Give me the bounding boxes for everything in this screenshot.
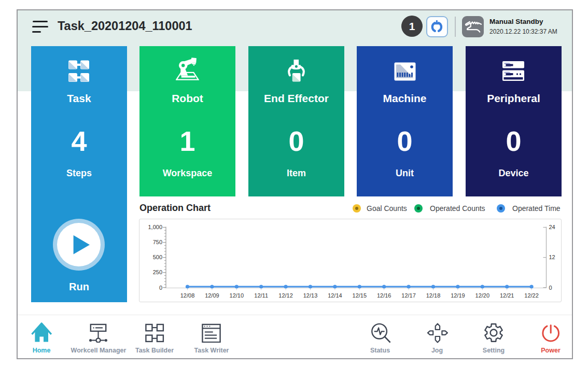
svg-text:12/19: 12/19	[451, 292, 465, 299]
svg-text:12/15: 12/15	[353, 292, 367, 299]
svg-text:750: 750	[153, 239, 162, 245]
svg-text:12/18: 12/18	[426, 292, 441, 299]
svg-text:12/12: 12/12	[278, 292, 293, 299]
svg-text:1,000: 1,000	[148, 224, 162, 230]
svg-text:12/17: 12/17	[401, 292, 416, 299]
svg-text:24: 24	[549, 224, 555, 230]
svg-text:12/08: 12/08	[180, 292, 195, 299]
svg-text:12/21: 12/21	[500, 292, 514, 299]
svg-text:12/20: 12/20	[475, 292, 490, 299]
svg-text:12: 12	[549, 254, 555, 260]
svg-text:12/16: 12/16	[377, 292, 391, 299]
svg-text:0: 0	[159, 285, 162, 291]
svg-text:12/10: 12/10	[230, 292, 244, 299]
svg-text:0: 0	[549, 285, 552, 291]
svg-text:12/11: 12/11	[254, 292, 268, 299]
svg-text:12/09: 12/09	[205, 292, 219, 299]
svg-text:12/13: 12/13	[303, 292, 318, 299]
svg-text:12/22: 12/22	[524, 292, 539, 299]
svg-text:12/14: 12/14	[328, 292, 342, 299]
svg-text:500: 500	[153, 254, 162, 260]
svg-text:250: 250	[153, 269, 162, 275]
